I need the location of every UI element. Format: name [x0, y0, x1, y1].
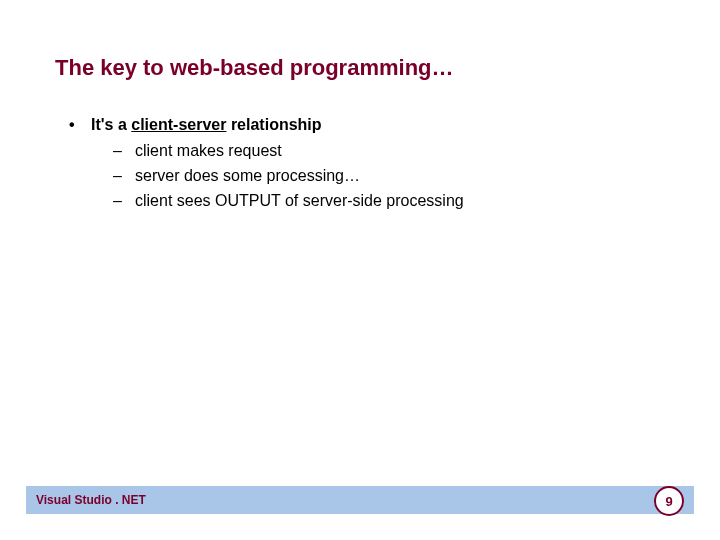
- bullet-suffix: relationship: [226, 116, 321, 133]
- sub-item: client sees OUTPUT of server-side proces…: [113, 189, 665, 214]
- slide-title: The key to web-based programming…: [55, 55, 665, 81]
- sub-item: client makes request: [113, 139, 665, 164]
- page-number: 9: [665, 494, 672, 509]
- slide: The key to web-based programming… It's a…: [0, 0, 720, 540]
- footer-bar: Visual Studio . NET: [26, 486, 694, 514]
- sub-list: client makes request server does some pr…: [91, 139, 665, 213]
- bullet-item: It's a client-server relationship client…: [69, 113, 665, 213]
- sub-item: server does some processing…: [113, 164, 665, 189]
- page-number-badge: 9: [654, 486, 684, 516]
- bullet-list: It's a client-server relationship client…: [55, 113, 665, 213]
- bullet-prefix: It's a: [91, 116, 131, 133]
- bullet-underlined: client-server: [131, 116, 226, 133]
- footer-text: Visual Studio . NET: [36, 493, 146, 507]
